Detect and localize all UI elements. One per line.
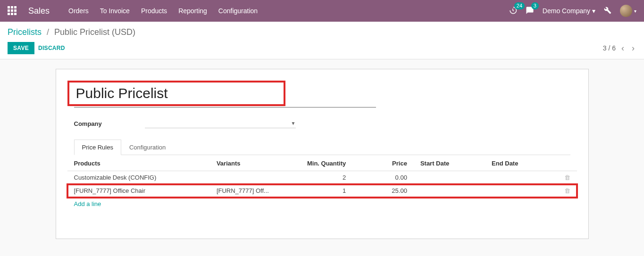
cell-price[interactable]: 25.00: [352, 184, 414, 198]
app-brand[interactable]: Sales: [28, 6, 50, 16]
pager-prev[interactable]: ‹: [619, 43, 626, 53]
form-sheet: Company ▼ Price Rules Configuration Prod…: [56, 69, 589, 239]
debug-icon[interactable]: [604, 7, 611, 16]
pager-text[interactable]: 3 / 6: [603, 44, 616, 52]
cell-start[interactable]: [414, 184, 485, 198]
trash-icon[interactable]: 🗑: [564, 187, 570, 194]
messages-icon[interactable]: 3: [526, 6, 534, 16]
col-variants: Variants: [210, 155, 292, 171]
col-end-date: End Date: [485, 155, 556, 171]
cell-price[interactable]: 0.00: [352, 171, 414, 184]
col-start-date: Start Date: [414, 155, 485, 171]
tab-price-rules[interactable]: Price Rules: [74, 140, 121, 155]
col-price: Price: [352, 155, 414, 171]
col-products: Products: [67, 155, 210, 171]
company-label: Demo Company: [543, 7, 590, 15]
breadcrumb: Pricelists / Public Pricelist (USD): [8, 27, 636, 37]
user-avatar[interactable]: [620, 5, 632, 17]
activity-badge: 24: [514, 2, 525, 9]
discard-button[interactable]: DISCARD: [38, 45, 65, 51]
cell-qty[interactable]: 1: [292, 184, 353, 198]
company-selector[interactable]: Demo Company ▾: [543, 7, 595, 15]
cell-start[interactable]: [414, 171, 485, 184]
apps-icon[interactable]: [8, 6, 17, 16]
control-panel: Pricelists / Public Pricelist (USD) SAVE…: [0, 22, 644, 59]
company-field-input[interactable]: ▼: [145, 119, 296, 128]
table-row[interactable]: [FURN_7777] Office Chair [FURN_7777] Off…: [67, 184, 577, 198]
menu-to-invoice[interactable]: To Invoice: [100, 7, 130, 15]
table-row[interactable]: Customizable Desk (CONFIG) 2 0.00 🗑: [67, 171, 577, 184]
breadcrumb-separator: /: [47, 27, 49, 37]
col-min-qty: Min. Quantity: [292, 155, 353, 171]
activity-icon[interactable]: 24: [509, 6, 517, 16]
menu-orders[interactable]: Orders: [68, 7, 89, 15]
cell-product[interactable]: [FURN_7777] Office Chair: [67, 184, 210, 198]
price-rules-table: Products Variants Min. Quantity Price St…: [67, 155, 577, 210]
cell-variant[interactable]: [FURN_7777] Off...: [210, 184, 292, 198]
breadcrumb-current: Public Pricelist (USD): [54, 27, 135, 37]
pager-next[interactable]: ›: [630, 43, 636, 53]
tab-configuration[interactable]: Configuration: [121, 140, 174, 155]
cell-end[interactable]: [485, 171, 556, 184]
trash-icon[interactable]: 🗑: [564, 174, 570, 181]
menu-products[interactable]: Products: [141, 7, 167, 15]
cell-qty[interactable]: 2: [292, 171, 353, 184]
company-field-label: Company: [74, 120, 145, 127]
cell-product[interactable]: Customizable Desk (CONFIG): [67, 171, 210, 184]
chevron-down-icon: ▾: [592, 7, 595, 15]
top-navbar: Sales Orders To Invoice Products Reporti…: [0, 0, 644, 22]
messages-badge: 3: [531, 2, 539, 9]
add-line-link[interactable]: Add a line: [74, 200, 101, 207]
chevron-down-icon: ▼: [291, 121, 296, 126]
col-delete: [556, 155, 577, 171]
title-highlight-box: [67, 81, 285, 106]
breadcrumb-root[interactable]: Pricelists: [8, 27, 42, 37]
cell-end[interactable]: [485, 184, 556, 198]
pricelist-name-input[interactable]: [76, 85, 227, 101]
chevron-down-icon: ▾: [634, 8, 636, 14]
tabs: Price Rules Configuration: [74, 140, 570, 155]
menu-configuration[interactable]: Configuration: [218, 7, 258, 15]
save-button[interactable]: SAVE: [8, 42, 34, 54]
menu-reporting[interactable]: Reporting: [178, 7, 207, 15]
cell-variant[interactable]: [210, 171, 292, 184]
